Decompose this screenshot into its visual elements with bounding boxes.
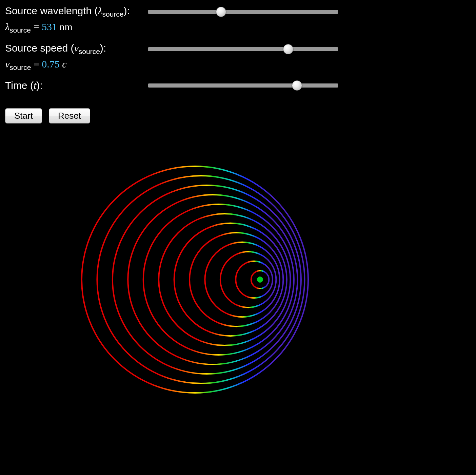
wavelength-value-row: λsource = 531 nm [5, 21, 471, 34]
start-button[interactable]: Start [5, 108, 42, 124]
wavelength-slider-wrap [147, 9, 339, 15]
speed-label-prefix: Source speed ( [5, 42, 74, 54]
doppler-visualization [5, 144, 471, 415]
time-slider[interactable] [148, 83, 338, 88]
time-control-row: Time (t): [5, 80, 471, 91]
speed-label-suffix: ): [100, 42, 106, 54]
speed-slider-wrap [147, 46, 339, 52]
speed-eq: = [31, 58, 42, 70]
time-slider-wrap [147, 83, 339, 88]
wavelength-label-suffix: ): [124, 5, 130, 16]
speed-label: Source speed (vsource): [5, 42, 147, 56]
speed-value-row: vsource = 0.75 c [5, 58, 471, 72]
speed-value-unit: c [60, 58, 67, 70]
time-label: Time (t): [5, 80, 147, 91]
speed-value-sub: source [9, 63, 31, 71]
wavelength-value-sub: source [9, 26, 31, 34]
speed-value-number: 0.75 [42, 58, 60, 70]
wavelength-label-sub: source [102, 10, 124, 18]
speed-label-var: v [74, 42, 78, 54]
wavelength-label-var: λ [98, 5, 102, 16]
wavefront-ring [82, 166, 308, 393]
wavelength-value-number: 531 [42, 21, 57, 32]
doppler-svg [73, 144, 344, 415]
button-row: Start Reset [5, 108, 471, 124]
time-label-var: t [34, 80, 36, 91]
time-label-suffix: ): [36, 80, 42, 91]
wavelength-label: Source wavelength (λsource): [5, 5, 147, 18]
wavefront-ring [174, 223, 287, 336]
wavelength-control-row: Source wavelength (λsource): [5, 5, 471, 18]
wavelength-eq: = [31, 21, 42, 32]
source-marker [257, 277, 263, 283]
reset-button[interactable]: Reset [49, 108, 90, 124]
wavelength-label-prefix: Source wavelength ( [5, 5, 98, 16]
speed-slider[interactable] [148, 47, 338, 51]
wavefront-ring [143, 204, 294, 355]
wavefront-ring [159, 214, 290, 345]
speed-label-sub: source [79, 48, 100, 55]
wavelength-value-var: λ [5, 21, 9, 32]
speed-value-var: v [5, 58, 9, 70]
time-label-prefix: Time ( [5, 80, 34, 91]
wavelength-value-unit: nm [57, 21, 73, 32]
wavefront-ring [220, 252, 276, 307]
wavefront-ring [236, 261, 272, 298]
wavelength-slider[interactable] [148, 10, 338, 14]
speed-control-row: Source speed (vsource): [5, 42, 471, 56]
